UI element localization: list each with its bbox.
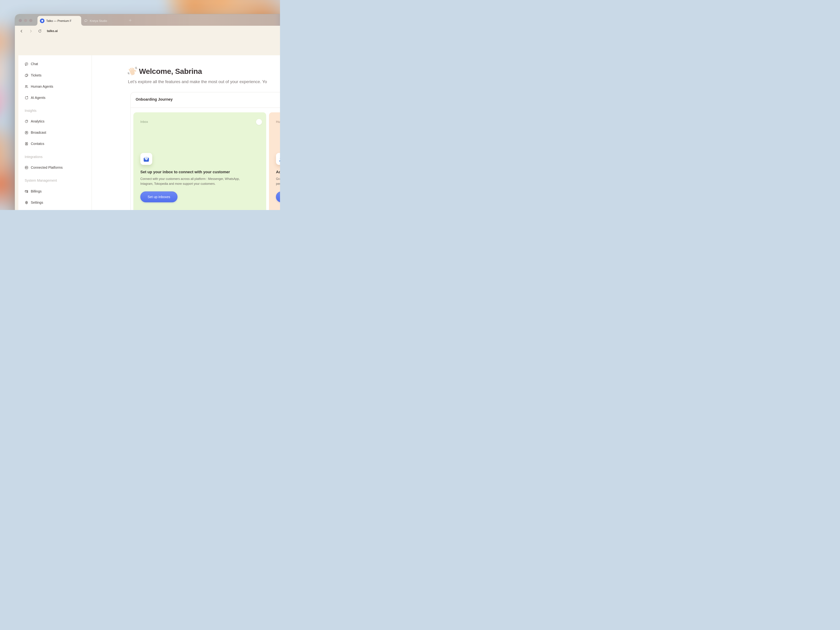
sidebar-section-insights: Insights: [25, 108, 36, 113]
sidebar-section-system-management: System Management: [25, 178, 57, 183]
cta-button[interactable]: [276, 191, 280, 202]
forward-icon[interactable]: [29, 29, 33, 33]
set-up-inboxes-button[interactable]: Set up inboxes: [141, 191, 177, 202]
sidebar-divider: [92, 55, 92, 210]
address-field[interactable]: talko.ai: [47, 29, 58, 33]
sidebar-item-human-agents[interactable]: Human Agents: [18, 83, 91, 90]
onboarding-title: Onboarding Journey: [136, 97, 172, 102]
human-agents-card: Hu Ad Gra per: [269, 112, 280, 210]
sidebar-item-contacts[interactable]: Contatcs: [18, 140, 91, 147]
people-icon: [276, 153, 280, 165]
body-line: per: [276, 181, 280, 186]
minimize-window-button[interactable]: [24, 19, 27, 22]
sidebar-item-label: Chat: [31, 62, 38, 66]
open-envelope-icon: [141, 153, 152, 165]
sidebar-section-integrations: Integrations: [25, 154, 43, 159]
app-header: TalkoAI: [15, 36, 280, 55]
sidebar-item-chat[interactable]: Chat: [18, 60, 91, 67]
agents-card-heading: Ad: [276, 170, 280, 174]
card-divider: [131, 107, 280, 108]
sidebar-item-label: Connected Platforms: [31, 166, 63, 170]
greeting-row: Welcome, Sabrina: [127, 66, 202, 76]
tab-title-fade: [70, 19, 77, 22]
sidebar-item-label: Broadcast: [31, 131, 46, 134]
tab-title: Talko — Premium F: [46, 19, 77, 22]
browser-window: Talko — Premium F Kretya Studio: [15, 14, 280, 210]
broadcast-icon: [25, 131, 28, 134]
waving-hand-emoji: [127, 66, 137, 76]
pie-chart-icon: [25, 119, 28, 123]
onboarding-journey-card: Onboarding Journey Inbox Set up your in: [130, 92, 280, 210]
inbox-setup-card: Inbox Set up your inbox to connect with …: [133, 112, 266, 210]
page-title: Welcome, Sabrina: [139, 67, 202, 76]
tab-kretya-studio[interactable]: Kretya Studio: [84, 16, 107, 26]
body-line: Intagram, Tokopedia and more support you…: [141, 181, 240, 186]
link-icon: [25, 166, 28, 170]
inbox-card-body: Connect with your customers across all p…: [141, 177, 240, 186]
close-window-button[interactable]: [19, 19, 22, 22]
sidebar-item-label: Human Agents: [31, 85, 53, 88]
sidebar-item-settings[interactable]: Settings: [18, 199, 91, 206]
tab-curve: [81, 23, 84, 26]
gear-icon: [25, 201, 28, 205]
human-agents-icon: [25, 85, 28, 88]
sidebar-item-connected-platforms[interactable]: Connected Platforms: [18, 164, 91, 171]
sidebar-item-billings[interactable]: Billings: [18, 188, 91, 195]
agents-card-label: Hu: [276, 120, 280, 124]
sidebar-item-label: Contatcs: [31, 142, 44, 146]
chat-icon: [25, 62, 28, 66]
sidebar-item-label: Billings: [31, 189, 42, 193]
tickets-icon: [25, 73, 28, 77]
inbox-card-label: Inbox: [141, 120, 148, 124]
reload-icon[interactable]: [38, 29, 42, 33]
inbox-step-radio[interactable]: [256, 119, 262, 125]
zoom-window-button[interactable]: [29, 19, 32, 22]
toolbar: talko.ai: [15, 26, 280, 37]
sidebar-item-label: Settings: [31, 201, 43, 205]
tab-talko[interactable]: Talko — Premium F: [38, 16, 81, 26]
agents-card-body: Gra per: [276, 177, 280, 186]
sidebar-item-label: Tickets: [31, 73, 41, 77]
new-tab-button[interactable]: [128, 18, 132, 22]
contact-card-icon: [25, 142, 28, 146]
body-line: Connect with your customers across all p…: [141, 177, 240, 181]
sidebar-item-analytics[interactable]: Analytics: [18, 118, 91, 125]
sidebar-item-ai-agents[interactable]: AI Agents: [18, 94, 91, 101]
page-subtitle: Let’s explore all the features and make …: [128, 79, 267, 84]
sidebar-item-tickets[interactable]: Tickets: [18, 72, 91, 79]
tab-bar: Talko — Premium F Kretya Studio: [15, 14, 280, 26]
ai-agents-icon: [25, 96, 28, 100]
sidebar-item-label: Analytics: [31, 119, 44, 123]
billing-icon: [25, 189, 28, 193]
sidebar-item-label: AI Agents: [31, 96, 45, 100]
chat-bubble-icon: [84, 19, 88, 23]
inbox-card-heading: Set up your inbox to connect with your c…: [141, 170, 230, 174]
tab-title: Kretya Studio: [90, 19, 107, 22]
talko-favicon: [40, 19, 44, 23]
body-line: Gra: [276, 177, 280, 181]
tab-curve: [35, 23, 38, 26]
back-icon[interactable]: [19, 29, 24, 33]
sidebar-item-broadcast[interactable]: Broadcast: [18, 129, 91, 136]
